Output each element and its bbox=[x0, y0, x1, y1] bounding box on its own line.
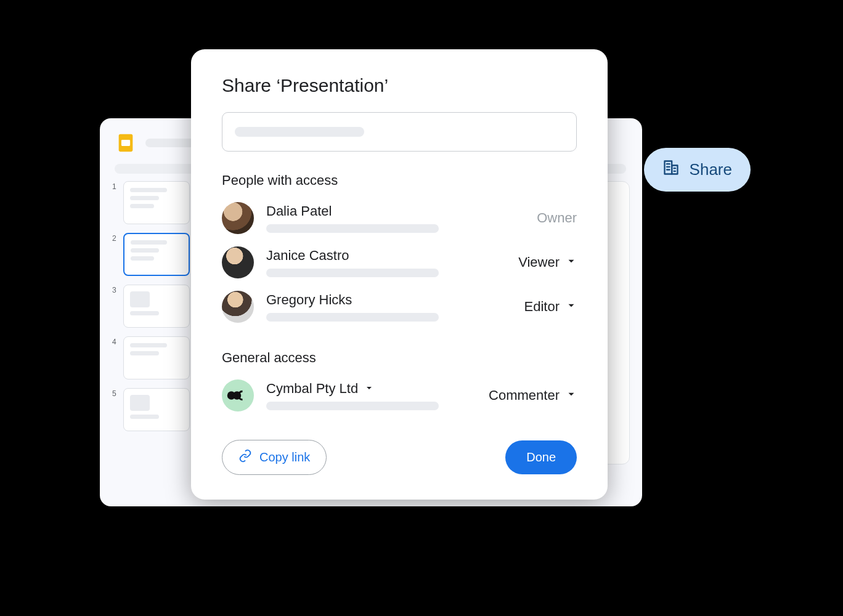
access-row: Gregory Hicks Editor bbox=[222, 285, 577, 329]
avatar bbox=[222, 202, 254, 234]
scope-description-placeholder bbox=[266, 402, 439, 410]
people-with-access-label: People with access bbox=[222, 172, 577, 188]
dialog-title: Share ‘Presentation’ bbox=[222, 75, 577, 96]
link-icon bbox=[238, 449, 252, 466]
chevron-down-icon bbox=[364, 381, 374, 397]
role-dropdown[interactable]: Editor bbox=[524, 299, 577, 315]
email-placeholder bbox=[266, 224, 439, 233]
slide-thumbnail[interactable]: 3 bbox=[112, 285, 192, 328]
done-button[interactable]: Done bbox=[505, 440, 577, 474]
svg-rect-3 bbox=[672, 166, 677, 174]
slide-number: 3 bbox=[112, 285, 118, 294]
access-row: Janice Castro Viewer bbox=[222, 240, 577, 285]
chevron-down-icon bbox=[566, 299, 577, 315]
chevron-down-icon bbox=[566, 254, 577, 270]
copy-link-button[interactable]: Copy link bbox=[222, 440, 327, 475]
access-row: Dalia Patel Owner bbox=[222, 196, 577, 240]
role-value: Editor bbox=[524, 299, 560, 315]
role-value: Viewer bbox=[518, 254, 560, 270]
person-name: Dalia Patel bbox=[266, 203, 524, 219]
avatar bbox=[222, 246, 254, 278]
person-name: Gregory Hicks bbox=[266, 292, 512, 308]
email-placeholder bbox=[266, 313, 439, 322]
slide-number: 1 bbox=[112, 181, 118, 191]
general-access-scope-dropdown[interactable]: Cymbal Pty Ltd bbox=[266, 381, 476, 397]
slide-number: 5 bbox=[112, 388, 118, 398]
slide-number: 2 bbox=[112, 233, 118, 243]
svg-rect-1 bbox=[121, 140, 130, 146]
input-placeholder bbox=[235, 127, 364, 137]
role-value: Commenter bbox=[489, 387, 560, 403]
slide-thumbnail[interactable]: 2 bbox=[112, 233, 192, 276]
email-placeholder bbox=[266, 269, 439, 277]
role-dropdown[interactable]: Commenter bbox=[489, 387, 577, 403]
copy-link-label: Copy link bbox=[259, 450, 310, 464]
general-access-row: Cymbal Pty Ltd Commenter bbox=[222, 373, 577, 418]
share-callout[interactable]: Share bbox=[644, 148, 751, 192]
share-dialog: Share ‘Presentation’ People with access … bbox=[191, 49, 608, 500]
slides-logo-icon bbox=[115, 132, 137, 154]
chevron-down-icon bbox=[566, 387, 577, 403]
slide-thumbnail[interactable]: 1 bbox=[112, 181, 192, 224]
add-people-input[interactable] bbox=[222, 112, 577, 152]
share-callout-label: Share bbox=[690, 160, 732, 179]
slide-number: 4 bbox=[112, 336, 118, 346]
org-icon bbox=[222, 379, 254, 411]
role-dropdown[interactable]: Viewer bbox=[518, 254, 577, 270]
scope-value: Cymbal Pty Ltd bbox=[266, 381, 358, 397]
slide-thumbnail-panel: 1 2 3 4 5 bbox=[112, 181, 192, 464]
avatar bbox=[222, 291, 254, 323]
slide-thumbnail[interactable]: 4 bbox=[112, 336, 192, 379]
person-name: Janice Castro bbox=[266, 248, 506, 264]
slide-thumbnail[interactable]: 5 bbox=[112, 388, 192, 431]
role-label-owner: Owner bbox=[537, 210, 577, 226]
general-access-label: General access bbox=[222, 350, 577, 366]
building-icon bbox=[662, 159, 680, 180]
doc-title-placeholder bbox=[145, 139, 195, 147]
